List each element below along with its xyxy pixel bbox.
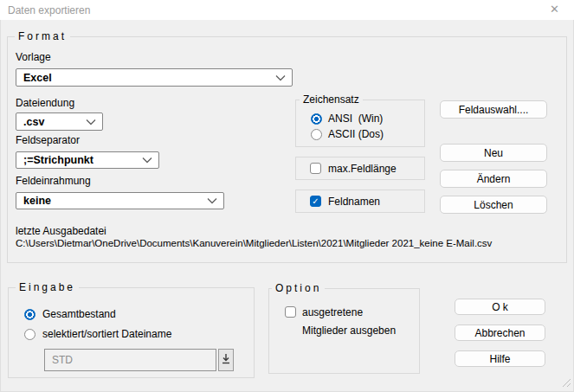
resize-grip[interactable]: [559, 376, 571, 390]
dateiname-input[interactable]: STD: [44, 349, 216, 371]
feldseparator-combobox[interactable]: ;=Strichpunkt: [16, 151, 159, 169]
chevron-down-icon: [142, 157, 152, 164]
max-feldlaenge-label[interactable]: max.Feldlänge: [328, 163, 397, 175]
feldeinrahmung-label: Feldeinrahmung: [16, 175, 91, 187]
max-feldlaenge-checkbox[interactable]: [310, 163, 321, 174]
dateiname-value: STD: [45, 354, 73, 366]
letzte-ausgabedatei-path: C:\Users\Dietmar\OneDrive\Documents\Kanu…: [16, 238, 492, 248]
close-icon[interactable]: ✕: [535, 0, 574, 20]
eingabe-group-label: Eingabe: [16, 281, 79, 293]
letzte-ausgabedatei-label: letzte Ausgabedatei: [16, 225, 106, 237]
feldeinrahmung-combobox[interactable]: keine: [16, 192, 224, 209]
abbrechen-button[interactable]: Abbrechen: [455, 325, 545, 341]
export-dialog: { "window": { "title": "Daten exportiere…: [0, 0, 574, 392]
zeichensatz-group-label: Zeichensatz: [300, 93, 363, 106]
chevron-down-icon: [275, 74, 286, 81]
max-feldlaenge-row: max.Feldlänge: [295, 157, 425, 180]
format-group: Format Vorlage Excel Dateiendung .csv Fe…: [7, 36, 567, 263]
format-group-label: Format: [15, 30, 70, 42]
chevron-down-icon: [207, 197, 217, 204]
vorlage-combobox[interactable]: Excel: [16, 68, 293, 87]
ansi-win-radio[interactable]: [311, 113, 322, 125]
hilfe-button[interactable]: Hilfe: [455, 350, 545, 367]
loeschen-button[interactable]: Löschen: [440, 196, 547, 214]
dateiendung-combobox[interactable]: .csv: [16, 112, 103, 131]
neu-button[interactable]: Neu: [440, 144, 547, 162]
gesamtbestand-radio[interactable]: [24, 309, 35, 320]
ausgetretene-checkbox-label[interactable]: ausgetretene: [302, 306, 363, 318]
ansi-win-radio-label[interactable]: ANSI (Win): [328, 112, 383, 125]
feldnamen-label[interactable]: Feldnamen: [328, 196, 380, 208]
ausgetretene-checkbox[interactable]: [285, 306, 296, 318]
dateiendung-value: .csv: [16, 116, 86, 128]
vorlage-value: Excel: [16, 72, 275, 84]
ausgetretene-checkbox-sublabel[interactable]: Mitglieder ausgeben: [302, 325, 396, 337]
window-title: Daten exportieren: [8, 4, 90, 16]
dateiname-dropdown-button[interactable]: [218, 349, 234, 371]
ascii-dos-radio[interactable]: [311, 129, 322, 140]
aendern-button[interactable]: Ändern: [440, 170, 547, 188]
feldnamen-row: ✓ Feldnamen: [295, 190, 425, 213]
feldauswahl-button[interactable]: Feldauswahl....: [440, 100, 547, 119]
option-group: Option ausgetretene Mitglieder ausgeben: [268, 288, 420, 374]
feldnamen-checkbox[interactable]: ✓: [310, 196, 321, 207]
ascii-dos-radio-label[interactable]: ASCII (Dos): [328, 128, 384, 140]
arrow-down-to-line-icon: [221, 353, 231, 367]
selektiert-sortiert-radio-label[interactable]: selektiert/sortiert Dateiname: [42, 328, 171, 340]
option-group-label: Option: [272, 282, 325, 294]
feldseparator-value: ;=Strichpunkt: [16, 154, 142, 166]
feldseparator-label: Feldseparator: [16, 134, 80, 146]
feldeinrahmung-value: keine: [16, 195, 207, 207]
vorlage-label: Vorlage: [16, 51, 51, 63]
selektiert-sortiert-radio[interactable]: [24, 329, 35, 340]
eingabe-group: Eingabe Gesamtbestand selektiert/sortier…: [8, 287, 255, 378]
zeichensatz-group: Zeichensatz ANSI (Win) ASCII (Dos): [295, 100, 425, 147]
gesamtbestand-radio-label[interactable]: Gesamtbestand: [42, 308, 116, 320]
ok-button[interactable]: O k: [455, 299, 545, 315]
title-bar: Daten exportieren ✕: [0, 0, 574, 20]
chevron-down-icon: [86, 119, 96, 125]
dateiendung-label: Dateiendung: [16, 97, 74, 109]
